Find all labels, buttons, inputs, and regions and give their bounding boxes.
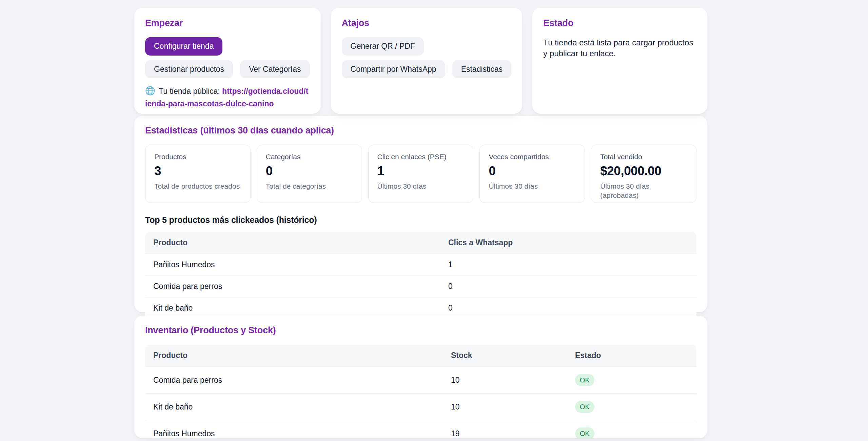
stat-veces-compartidos: Veces compartidos 0 Últimos 30 días [479, 145, 585, 203]
cell-clics: 0 [440, 276, 696, 297]
estadisticas-button[interactable]: Estadisticas [452, 60, 512, 79]
card-estado: Estado Tu tienda está lista para cargar … [532, 8, 707, 114]
cell-producto: Pañitos Humedos [145, 254, 440, 276]
stat-sub: Últimos 30 días [377, 182, 465, 191]
table-row: Pañitos Humedos 1 [145, 254, 696, 276]
stat-label: Productos [154, 153, 241, 161]
store-link-label: Tu tienda pública: [159, 87, 220, 96]
column-header-producto: Producto [145, 232, 440, 254]
stat-sub: Últimos 30 días [489, 182, 576, 191]
cell-stock: 19 [443, 420, 567, 439]
ver-categorias-button[interactable]: Ver Categorías [240, 60, 310, 79]
card-empezar: Empezar Configurar tienda Gestionar prod… [134, 8, 321, 114]
stat-value: 1 [377, 164, 465, 178]
cell-clics: 1 [440, 254, 696, 276]
stat-categorias: Categorías 0 Total de categorías [257, 145, 362, 203]
stat-sub: Últimos 30 días (aprobadas) [600, 182, 687, 200]
stat-value: 3 [154, 164, 241, 178]
dashboard-content: Empezar Configurar tienda Gestionar prod… [134, 8, 707, 438]
globe-icon [145, 86, 155, 98]
cell-estado: OK [567, 420, 696, 439]
card-atajos: Atajos Generar QR / PDF Compartir por Wh… [331, 8, 522, 114]
stat-clics-enlaces: Clic en enlaces (PSE) 1 Últimos 30 días [368, 145, 474, 203]
status-badge: OK [575, 427, 594, 438]
stat-label: Categorías [266, 153, 353, 161]
cell-producto: Comida para perros [145, 276, 440, 297]
cell-producto: Kit de baño [145, 394, 443, 420]
cell-estado: OK [567, 394, 696, 420]
inventory-card: Inventario (Productos y Stock) Producto … [134, 316, 707, 438]
stat-value: $20,000.00 [600, 164, 687, 178]
stat-label: Veces compartidos [489, 153, 576, 161]
cell-estado: OK [567, 367, 696, 394]
column-header-estado: Estado [567, 344, 696, 367]
table-header-row: Producto Clics a Whatsapp [145, 232, 696, 254]
inventory-title: Inventario (Productos y Stock) [145, 325, 696, 336]
stat-label: Total vendido [600, 153, 687, 161]
stat-sub: Total de categorías [266, 182, 353, 191]
empezar-title: Empezar [145, 18, 310, 28]
estado-message: Tu tienda está lista para cargar product… [543, 37, 696, 59]
column-header-producto: Producto [145, 344, 443, 367]
stat-cards-row: Productos 3 Total de productos creados C… [145, 145, 696, 203]
top-products-title: Top 5 productos más clickeados (históric… [145, 215, 696, 225]
column-header-clics: Clics a Whatsapp [440, 232, 696, 254]
top-products-table-wrap: Producto Clics a Whatsapp Pañitos Humedo… [145, 232, 696, 319]
cell-producto: Pañitos Humedos [145, 420, 443, 439]
stat-value: 0 [266, 164, 353, 178]
table-row: Kit de baño 10 OK [145, 394, 696, 420]
stat-label: Clic en enlaces (PSE) [377, 153, 465, 161]
stats-card: Estadísticas (últimos 30 días cuando apl… [134, 116, 707, 312]
stat-productos: Productos 3 Total de productos creados [145, 145, 251, 203]
inventory-table: Producto Stock Estado Comida para perros… [145, 344, 696, 438]
table-row: Pañitos Humedos 19 OK [145, 420, 696, 439]
table-row: Comida para perros 10 OK [145, 367, 696, 394]
atajos-title: Atajos [342, 18, 512, 28]
estado-title: Estado [543, 18, 696, 28]
stat-value: 0 [489, 164, 576, 178]
stat-sub: Total de productos creados [154, 182, 241, 191]
top-cards-row: Empezar Configurar tienda Gestionar prod… [134, 8, 707, 114]
cell-stock: 10 [443, 367, 567, 394]
column-header-stock: Stock [443, 344, 567, 367]
cell-producto: Comida para perros [145, 367, 443, 394]
table-header-row: Producto Stock Estado [145, 344, 696, 367]
inventory-table-wrap: Producto Stock Estado Comida para perros… [145, 344, 696, 438]
gestionar-productos-button[interactable]: Gestionar productos [145, 60, 233, 79]
cell-stock: 10 [443, 394, 567, 420]
stats-title: Estadísticas (últimos 30 días cuando apl… [145, 125, 696, 136]
store-link-line: Tu tienda pública: https://gotienda.clou… [145, 86, 310, 109]
compartir-whatsapp-button[interactable]: Compartir por WhatsApp [342, 60, 445, 79]
top-products-table: Producto Clics a Whatsapp Pañitos Humedo… [145, 232, 696, 319]
status-badge: OK [575, 374, 594, 386]
table-row: Comida para perros 0 [145, 276, 696, 297]
status-badge: OK [575, 401, 594, 413]
stat-total-vendido: Total vendido $20,000.00 Últimos 30 días… [591, 145, 696, 203]
generar-qr-pdf-button[interactable]: Generar QR / PDF [342, 37, 424, 56]
configurar-tienda-button[interactable]: Configurar tienda [145, 37, 222, 56]
